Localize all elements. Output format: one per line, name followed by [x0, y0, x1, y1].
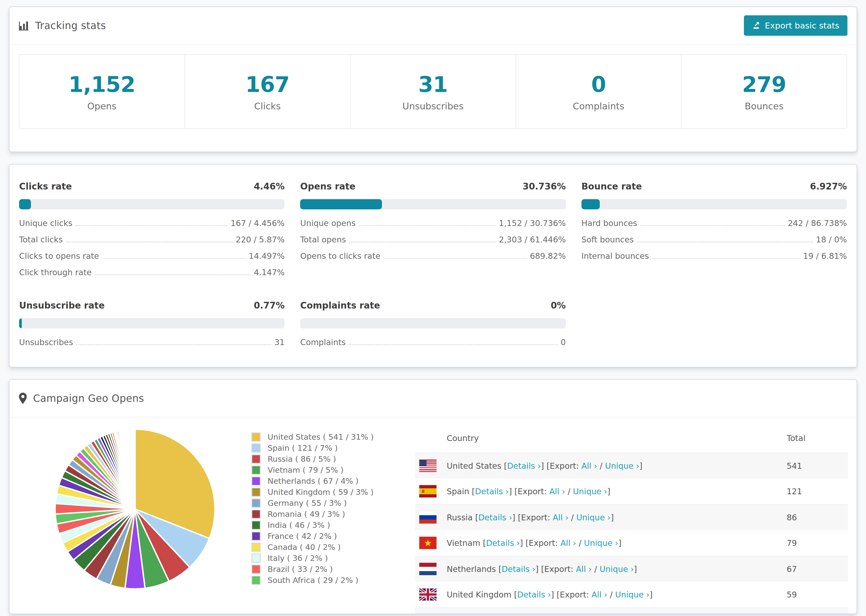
rate-row-value: 2,303 / 61.446%	[499, 235, 566, 244]
flag-united-states	[419, 460, 436, 472]
page-title: Tracking stats	[35, 20, 106, 31]
text-segment: ] [Export:	[520, 538, 561, 548]
stat-label-bounces: Bounces	[745, 101, 784, 112]
geo-table-body: United States [Details ›] [Export: All ›…	[415, 453, 848, 614]
rate-row-label: Internal bounces	[581, 251, 649, 261]
export-all-link-united-kingdom[interactable]: All ›	[591, 590, 607, 599]
progress-bar-complaints-rate	[300, 318, 565, 328]
rate-row-label: Hard bounces	[581, 218, 637, 228]
export-unique-link-united-states[interactable]: Unique ›	[605, 461, 639, 471]
rate-section-unsubscribe-rate: Unsubscribe rate0.77%Unsubscribes31	[19, 300, 285, 347]
country-name: Spain	[447, 487, 469, 496]
total-column-header: Total	[787, 434, 848, 443]
table-row-united-kingdom: United Kingdom [Details ›] [Export: All …	[415, 581, 848, 607]
rate-section-bounce-rate: Bounce rate6.927%Hard bounces242 / 86.73…	[581, 181, 847, 277]
export-unique-link-united-kingdom[interactable]: Unique ›	[615, 590, 649, 599]
country-name: United Kingdom	[447, 590, 512, 599]
rate-row-value: 167 / 4.456%	[230, 218, 285, 228]
text-segment: ]	[634, 564, 637, 574]
details-link-united-kingdom[interactable]: Details ›	[517, 590, 551, 599]
rate-row-label: Unique clicks	[19, 218, 72, 228]
export-unique-link-russia[interactable]: Unique ›	[576, 513, 611, 522]
rate-title: Unsubscribe rate	[19, 300, 105, 311]
rate-row-click-through-rate: Click through rate4.147%	[19, 268, 285, 277]
legend-item-italy: Italy ( 36 / 2% )	[252, 553, 383, 564]
text-segment: /	[576, 538, 584, 548]
flag-netherlands	[419, 563, 436, 575]
rate-title: Complaints rate	[300, 300, 380, 311]
stat-label-opens: Opens	[87, 101, 117, 112]
export-all-link-vietnam[interactable]: All ›	[561, 538, 576, 548]
rate-row-label: Soft bounces	[581, 235, 634, 244]
dotted-leader	[66, 242, 232, 242]
legend-item-united-states: United States ( 541 / 31% )	[252, 431, 383, 442]
rate-row-label: Total opens	[300, 235, 346, 244]
export-button-label: Export basic stats	[765, 21, 839, 30]
rate-section-complaints-rate: Complaints rate0%Complaints0	[300, 300, 565, 347]
details-link-spain[interactable]: Details ›	[475, 487, 509, 496]
legend-label: Netherlands ( 67 / 4% )	[268, 476, 359, 486]
rate-row-opens-to-clicks-rate: Opens to clicks rate689.82%	[300, 251, 565, 261]
export-unique-link-spain[interactable]: Unique ›	[573, 487, 607, 496]
text-segment: [	[480, 538, 486, 548]
rate-row-value: 14.497%	[249, 251, 285, 261]
legend-swatch-netherlands	[252, 476, 261, 486]
total-cell-united-states: 541	[787, 461, 848, 471]
details-link-vietnam[interactable]: Details ›	[486, 538, 520, 548]
details-link-russia[interactable]: Details ›	[479, 513, 512, 522]
country-cell-russia: Russia [Details ›] [Export: All › / Uniq…	[415, 511, 787, 523]
export-basic-stats-button[interactable]: Export basic stats	[744, 15, 847, 36]
map-pin-icon	[19, 393, 27, 404]
legend-swatch-india	[252, 520, 261, 530]
rate-head-bounce-rate: Bounce rate6.927%	[581, 181, 847, 192]
table-row-vietnam: ★Vietnam [Details ›] [Export: All › / Un…	[415, 530, 848, 556]
legend-label: India ( 46 / 3% )	[268, 520, 330, 530]
export-all-link-russia[interactable]: All ›	[553, 513, 568, 522]
text-segment: [	[469, 487, 475, 496]
legend-swatch-france	[252, 532, 261, 541]
rate-value: 0.77%	[254, 300, 285, 311]
export-unique-link-vietnam[interactable]: Unique ›	[584, 538, 618, 548]
progress-bar-clicks-rate	[19, 199, 285, 209]
legend-item-germany: Germany ( 55 / 3% )	[252, 498, 383, 509]
legend-item-spain: Spain ( 121 / 7% )	[252, 442, 383, 453]
legend-item-romania: Romania ( 49 / 3% )	[252, 509, 383, 520]
text-segment: ]	[618, 538, 622, 548]
export-unique-link-netherlands[interactable]: Unique ›	[600, 564, 634, 574]
rate-title: Opens rate	[300, 181, 355, 192]
legend-swatch-italy	[252, 554, 261, 563]
total-cell-netherlands: 67	[787, 564, 848, 574]
legend-label: Italy ( 36 / 2% )	[268, 554, 328, 563]
rate-value: 0%	[551, 300, 566, 311]
dotted-leader	[102, 258, 246, 259]
rate-row-hard-bounces: Hard bounces242 / 86.738%	[581, 218, 847, 228]
dotted-leader	[640, 225, 784, 226]
export-all-link-united-states[interactable]: All ›	[581, 461, 597, 471]
tracking-stats-card: Tracking stats Export basic stats 1,152O…	[9, 6, 857, 152]
text-segment: [	[501, 461, 507, 471]
rate-row-total-opens: Total opens2,303 / 61.446%	[300, 235, 565, 244]
legend-item-netherlands: Netherlands ( 67 / 4% )	[252, 475, 383, 486]
legend-swatch-canada	[252, 543, 261, 552]
text-segment: /	[568, 513, 576, 522]
rate-row-unique-opens: Unique opens1,152 / 30.736%	[300, 218, 565, 228]
legend-label: Vietnam ( 79 / 5% )	[268, 465, 343, 475]
export-icon	[752, 21, 761, 30]
export-all-link-spain[interactable]: All ›	[549, 487, 565, 496]
rate-row-unsubscribes: Unsubscribes31	[19, 338, 285, 347]
text-segment: ]	[611, 513, 614, 522]
dotted-leader	[359, 225, 496, 226]
geo-pie-chart	[52, 426, 217, 614]
flag-united-kingdom	[419, 588, 436, 601]
legend-label: Brazil ( 33 / 2% )	[268, 565, 333, 574]
spain-emblem	[422, 490, 424, 493]
country-cell-spain: Spain [Details ›] [Export: All › / Uniqu…	[415, 485, 787, 498]
export-all-link-netherlands[interactable]: All ›	[576, 564, 592, 574]
details-link-united-states[interactable]: Details ›	[507, 461, 541, 471]
us-canton	[419, 460, 427, 466]
legend-label: Canada ( 40 / 2% )	[268, 543, 341, 552]
rate-row-value: 19 / 6.81%	[803, 251, 847, 261]
legend-item-united-kingdom: United Kingdom ( 59 / 3% )	[252, 486, 383, 498]
dotted-leader	[652, 258, 800, 259]
details-link-netherlands[interactable]: Details ›	[502, 564, 535, 574]
